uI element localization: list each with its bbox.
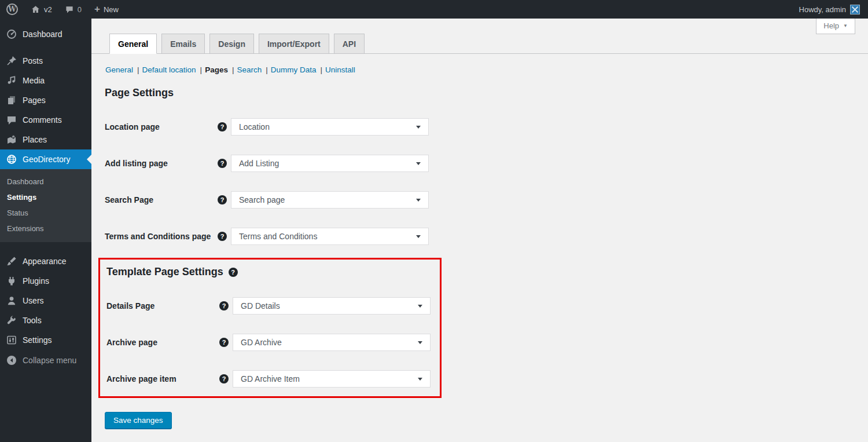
submenu-item-status[interactable]: Status	[0, 205, 91, 221]
tab-emails[interactable]: Emails	[161, 34, 205, 54]
setting-row-archive-page-item: Archive page item ? GD Archive Item	[106, 370, 440, 388]
account-menu-button[interactable]: Howdy, admin	[799, 0, 868, 19]
search-page-select[interactable]: Search page	[231, 191, 429, 209]
setting-label: Add listing page	[105, 159, 218, 168]
sidebar-item-label: Users	[23, 296, 44, 305]
dashboard-icon	[6, 28, 17, 40]
new-label: New	[104, 5, 119, 14]
site-menu-button[interactable]: v2	[24, 0, 58, 19]
sidebar-item-geodirectory[interactable]: GeoDirectory	[0, 149, 91, 169]
page-title: Page Settings	[105, 87, 868, 99]
tab-api[interactable]: API	[334, 34, 365, 54]
setting-row-archive-page: Archive page ? GD Archive	[106, 334, 440, 351]
submenu-item-extensions[interactable]: Extensions	[0, 221, 91, 236]
archive-page-select[interactable]: GD Archive	[233, 334, 431, 351]
setting-label: Archive page item	[106, 374, 219, 383]
sidebar-item-tools[interactable]: Tools	[0, 311, 91, 330]
dropdown-caret-icon	[416, 235, 421, 238]
select-value: Add Listing	[239, 159, 279, 168]
help-tooltip-icon[interactable]: ?	[219, 338, 229, 347]
sidebar-item-label: Pages	[23, 96, 46, 105]
sidebar-item-plugins[interactable]: Plugins	[0, 271, 91, 291]
subnav-link-uninstall[interactable]: Uninstall	[325, 65, 355, 74]
setting-label: Archive page	[106, 338, 219, 347]
collapse-menu-button[interactable]: Collapse menu	[0, 350, 91, 370]
plug-icon	[6, 275, 17, 287]
archive-page-item-select[interactable]: GD Archive Item	[233, 370, 431, 388]
dropdown-caret-icon	[416, 199, 421, 202]
setting-row-add-listing-page: Add listing page ? Add Listing	[105, 155, 868, 172]
admin-sidebar: Dashboard Posts Media Pages Comments Pla…	[0, 19, 91, 442]
add-listing-page-select[interactable]: Add Listing	[231, 155, 429, 172]
tab-import-export[interactable]: Import/Export	[259, 34, 329, 54]
setting-label: Location page	[105, 122, 218, 131]
sidebar-item-label: Tools	[23, 316, 42, 325]
sidebar-item-label: Media	[23, 76, 45, 85]
details-page-select[interactable]: GD Details	[233, 297, 431, 315]
setting-label: Details Page	[106, 301, 219, 311]
sidebar-item-pages[interactable]: Pages	[0, 90, 91, 110]
sidebar-item-users[interactable]: Users	[0, 291, 91, 311]
help-tooltip-icon[interactable]: ?	[219, 301, 229, 311]
comments-count: 0	[78, 5, 82, 14]
sidebar-item-appearance[interactable]: Appearance	[0, 251, 91, 271]
template-section-title: Template Page Settings	[106, 266, 223, 278]
submenu-item-settings[interactable]: Settings	[0, 189, 91, 205]
globe-icon	[6, 154, 17, 165]
sidebar-item-settings[interactable]: Settings	[0, 330, 91, 350]
subnav-link-general[interactable]: General	[105, 65, 133, 74]
site-name-label: v2	[44, 5, 52, 14]
sidebar-item-label: Comments	[23, 115, 62, 125]
sidebar-item-label: Settings	[23, 335, 52, 345]
save-changes-button[interactable]: Save changes	[105, 412, 172, 429]
setting-row-location-page: Location page ? Location	[105, 118, 868, 136]
collapse-menu-label: Collapse menu	[23, 356, 76, 365]
dropdown-caret-icon	[418, 378, 422, 381]
select-value: Search page	[239, 195, 285, 204]
brush-icon	[6, 255, 17, 267]
subnav-link-search[interactable]: Search	[237, 65, 262, 74]
sidebar-item-dashboard[interactable]: Dashboard	[0, 24, 91, 44]
wordpress-logo-icon: W	[6, 3, 18, 15]
help-tooltip-icon[interactable]: ?	[218, 159, 227, 168]
help-tooltip-icon[interactable]: ?	[218, 195, 227, 204]
help-tooltip-icon[interactable]: ?	[219, 374, 229, 383]
pages-icon	[6, 94, 17, 106]
media-icon	[6, 75, 17, 86]
dropdown-caret-icon	[418, 305, 422, 308]
help-tooltip-icon[interactable]: ?	[229, 268, 238, 277]
pushpin-icon	[6, 55, 17, 67]
select-value: Location	[239, 122, 270, 131]
sidebar-item-comments[interactable]: Comments	[0, 110, 91, 130]
new-content-button[interactable]: + New	[88, 0, 125, 19]
sidebar-item-posts[interactable]: Posts	[0, 51, 91, 71]
location-page-select[interactable]: Location	[231, 118, 429, 136]
sidebar-item-places[interactable]: Places	[0, 130, 91, 149]
sidebar-item-media[interactable]: Media	[0, 71, 91, 90]
help-tooltip-icon[interactable]: ?	[218, 122, 227, 131]
comments-button[interactable]: 0	[58, 0, 88, 19]
submenu-item-dashboard[interactable]: Dashboard	[0, 174, 91, 189]
map-pin-icon	[6, 134, 17, 145]
terms-page-select[interactable]: Terms and Conditions	[231, 228, 429, 245]
subnav-link-pages[interactable]: Pages	[205, 65, 228, 74]
select-value: GD Details	[241, 301, 280, 311]
help-tooltip-icon[interactable]: ?	[218, 232, 227, 241]
tab-general[interactable]: General	[109, 34, 157, 54]
dropdown-caret-icon	[418, 341, 422, 344]
wordpress-logo-button[interactable]: W	[0, 0, 24, 19]
help-button[interactable]: Help ▼	[816, 19, 855, 34]
subnav-separator: |	[266, 65, 268, 74]
setting-row-terms-page: Terms and Conditions page ? Terms and Co…	[105, 228, 868, 245]
subnav-link-default-location[interactable]: Default location	[142, 65, 196, 74]
subnav-separator: |	[137, 65, 139, 74]
chevron-down-icon: ▼	[843, 23, 848, 28]
sliders-icon	[6, 334, 17, 346]
howdy-label: Howdy, admin	[799, 5, 846, 14]
sidebar-item-label: Posts	[23, 56, 43, 65]
sidebar-item-label: GeoDirectory	[23, 155, 70, 164]
subnav-link-dummy-data[interactable]: Dummy Data	[271, 65, 317, 74]
tab-design[interactable]: Design	[209, 34, 254, 54]
subnav-separator: |	[320, 65, 322, 74]
help-label: Help	[823, 21, 839, 30]
